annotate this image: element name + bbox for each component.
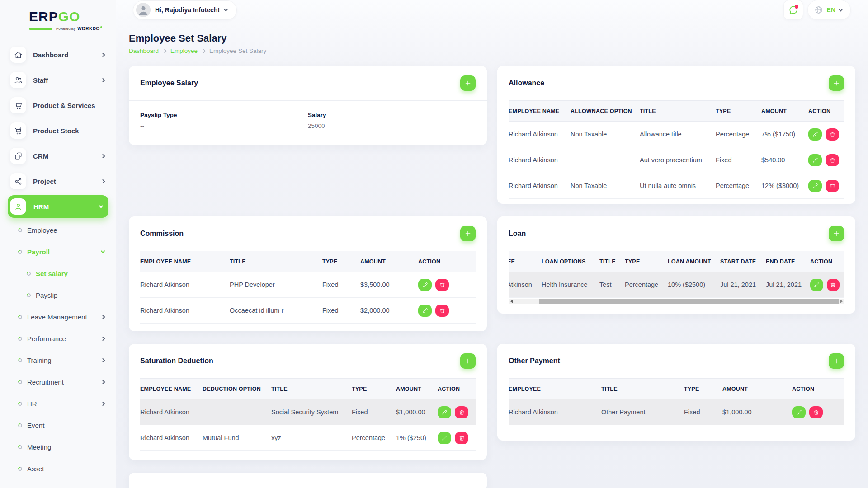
card-title: Other Payment <box>509 357 560 365</box>
add-loan-button[interactable] <box>829 226 844 241</box>
column-header: TYPE <box>352 379 396 399</box>
column-header: AMOUNT <box>722 379 792 399</box>
chevron-right-icon <box>101 52 105 57</box>
bullet-icon <box>17 227 23 233</box>
edit-button[interactable] <box>808 154 822 166</box>
loan-scroll[interactable]: EMPLOYEE LOAN OPTIONS TITLE TYPE LOAN AM… <box>509 251 844 298</box>
edit-button[interactable] <box>438 432 451 444</box>
sidebar-item-leave-management[interactable]: Leave Management <box>0 306 116 328</box>
sidebar-item-project[interactable]: Project <box>0 169 116 194</box>
sidebar-item-performance[interactable]: Performance <box>0 328 116 349</box>
crm-icon <box>10 148 26 164</box>
sidebar-item-employee[interactable]: Employee <box>0 219 116 241</box>
chevron-down-icon <box>224 7 228 12</box>
plus-icon <box>833 80 840 87</box>
scroll-right-arrow[interactable] <box>839 299 844 304</box>
sidebar-item-staff[interactable]: Staff <box>0 67 116 93</box>
delete-button[interactable] <box>455 406 468 418</box>
home-icon <box>10 47 26 63</box>
column-header: TYPE <box>716 101 761 122</box>
delete-button[interactable] <box>826 154 839 166</box>
breadcrumb-link-employee[interactable]: Employee <box>170 47 198 54</box>
add-salary-button[interactable] <box>460 75 476 91</box>
edit-button[interactable] <box>810 279 823 291</box>
delete-button[interactable] <box>455 432 468 444</box>
sidebar-item-payslip[interactable]: Payslip <box>0 284 116 306</box>
greeting-text: Hi, Rajodiya Infotech! <box>155 6 220 14</box>
breadcrumb-link-dashboard[interactable]: Dashboard <box>129 47 159 54</box>
table-header-row: EMPLOYEE TITLE TYPE AMOUNT ACTION <box>509 379 844 399</box>
sidebar-item-asset[interactable]: Asset <box>0 458 116 479</box>
delete-button[interactable] <box>809 406 823 418</box>
main-area: Hi, Rajodiya Infotech! EN Employee Set S… <box>116 0 868 488</box>
delete-button[interactable] <box>827 279 840 291</box>
add-allowance-button[interactable] <box>829 75 844 91</box>
pencil-icon <box>422 282 428 288</box>
sidebar-item-payroll[interactable]: Payroll <box>0 241 116 263</box>
column-header: TITLE <box>601 379 684 399</box>
bullet-icon <box>17 336 23 342</box>
notification-dot <box>795 5 798 9</box>
column-header: EMPLOYEE <box>509 251 542 272</box>
edit-button[interactable] <box>438 406 451 418</box>
column-header: TITLE <box>271 379 352 399</box>
table-row: Richard Atkinson Helth Insurance Test Pe… <box>509 272 844 298</box>
sidebar-item-meeting[interactable]: Meeting <box>0 436 116 458</box>
column-header: EMPLOYEE NAME <box>140 251 230 272</box>
delete-button[interactable] <box>435 279 449 291</box>
app-logo[interactable]: ERPGO Powered By WORKDO <box>29 9 116 31</box>
sidebar-item-product-services[interactable]: Product & Services <box>0 93 116 118</box>
scrollbar-thumb[interactable] <box>539 299 839 304</box>
language-selector[interactable]: EN <box>807 0 851 20</box>
sidebar-item-hr[interactable]: HR <box>0 393 116 414</box>
sidebar-item-set-salary[interactable]: Set salary <box>0 263 116 284</box>
delete-button[interactable] <box>435 305 449 317</box>
table-header-row: EMPLOYEE NAME DEDUCTION OPTION TITLE TYP… <box>140 379 476 399</box>
cart-icon <box>10 97 26 113</box>
edit-button[interactable] <box>792 406 806 418</box>
column-header: START DATE <box>720 251 766 272</box>
plus-icon <box>833 357 840 365</box>
edit-button[interactable] <box>418 279 432 291</box>
edit-button[interactable] <box>418 305 432 317</box>
chevron-right-icon <box>101 401 105 406</box>
sidebar-item-dashboard[interactable]: Dashboard <box>0 42 116 67</box>
sidebar-item-training[interactable]: Training <box>0 349 116 371</box>
saturation-deduction-table: EMPLOYEE NAME DEDUCTION OPTION TITLE TYP… <box>140 378 476 451</box>
edit-button[interactable] <box>808 128 822 141</box>
sidebar: ERPGO Powered By WORKDO Dashboard Staff … <box>0 0 116 488</box>
bullet-icon <box>17 357 23 363</box>
trash-icon <box>459 435 465 441</box>
add-other-payment-button[interactable] <box>829 353 844 369</box>
logo-subline: Powered By WORKDO <box>29 26 116 31</box>
add-commission-button[interactable] <box>460 226 476 241</box>
sidebar-item-crm[interactable]: CRM <box>0 143 116 169</box>
sidebar-item-label: Training <box>27 357 101 364</box>
column-header: EMPLOYEE <box>509 379 601 399</box>
add-deduction-button[interactable] <box>460 353 476 369</box>
edit-button[interactable] <box>808 180 822 192</box>
sidebar-item-label: Dashboard <box>33 51 101 59</box>
other-payment-table: EMPLOYEE TITLE TYPE AMOUNT ACTION Richar… <box>509 378 844 425</box>
user-menu[interactable]: Hi, Rajodiya Infotech! <box>133 0 237 20</box>
sidebar-item-event[interactable]: Event <box>0 414 116 436</box>
horizontal-scrollbar[interactable] <box>509 299 844 304</box>
bullet-icon <box>17 249 23 255</box>
sidebar-item-label: Employee <box>27 226 106 234</box>
scroll-left-arrow[interactable] <box>509 299 514 304</box>
topbar: Hi, Rajodiya Infotech! EN <box>116 0 868 20</box>
trash-icon <box>830 157 835 163</box>
sidebar-item-product-stock[interactable]: Product Stock <box>0 118 116 143</box>
sidebar-item-recruitment[interactable]: Recruitment <box>0 371 116 393</box>
bullet-icon <box>17 379 23 385</box>
bullet-icon <box>17 422 23 428</box>
logo-go: GO <box>58 9 80 24</box>
column-header: EMPLOYEE NAME <box>509 101 571 122</box>
share-icon <box>10 173 26 189</box>
delete-button[interactable] <box>826 128 839 141</box>
sidebar-item-label: Payslip <box>36 291 106 299</box>
delete-button[interactable] <box>826 180 839 192</box>
trash-icon <box>439 282 445 288</box>
messages-button[interactable] <box>783 0 803 20</box>
sidebar-item-hrm[interactable]: HRM <box>8 195 108 218</box>
